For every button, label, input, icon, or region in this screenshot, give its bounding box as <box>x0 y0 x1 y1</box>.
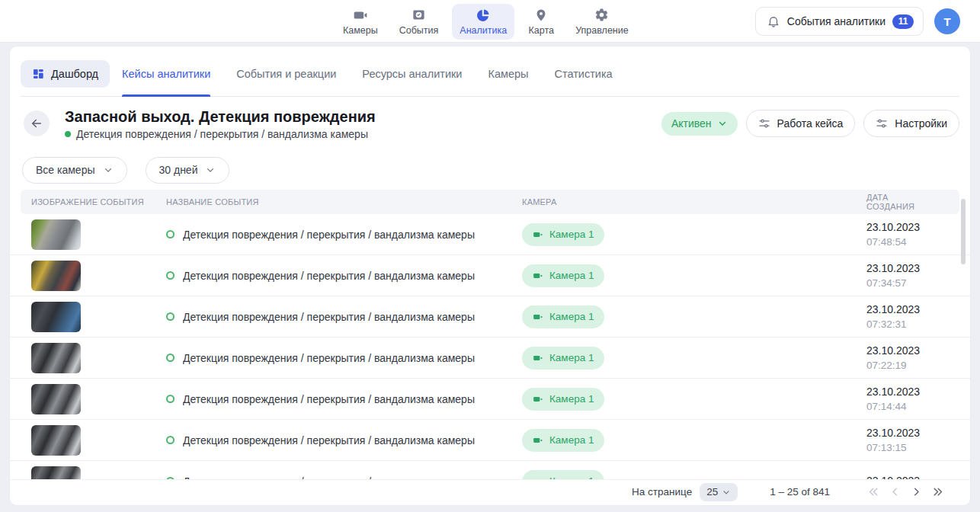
event-time: 07:22:19 <box>866 358 970 373</box>
tab-events-reactions[interactable]: События и реакции <box>236 51 336 97</box>
nav-label-events: События <box>399 25 439 36</box>
tabs: Кейсы аналитики События и реакции Ресурс… <box>122 51 613 97</box>
tab-cameras-label: Камеры <box>488 68 528 80</box>
chevron-down-icon <box>722 488 731 497</box>
camera-badge-icon <box>533 394 543 405</box>
event-time: 07:48:54 <box>866 235 970 249</box>
event-thumbnail[interactable] <box>31 425 81 456</box>
event-status-ring-icon <box>166 230 175 238</box>
tab-analytics-resources-label: Ресурсы аналитики <box>362 68 462 80</box>
camera-badge[interactable]: Камера 1 <box>522 347 604 370</box>
table-row[interactable]: Детекция повреждения / перекрытия / ванд… <box>10 420 970 461</box>
event-status-ring-icon <box>166 436 175 444</box>
case-actions: Активен Работа кейса <box>661 110 959 137</box>
event-name: Детекция повреждения / перекрытия / ванд… <box>183 229 475 241</box>
event-status-ring-icon <box>166 354 175 362</box>
case-subtitle: Детекция повреждения / перекрытия / ванд… <box>76 128 368 140</box>
per-page-value: 25 <box>706 486 718 498</box>
pie-chart-icon <box>476 8 491 23</box>
chevron-right-icon <box>910 485 923 498</box>
events-table-body: Детекция повреждения / перекрытия / ванд… <box>10 214 970 485</box>
nav-label-map: Карта <box>528 25 553 36</box>
pagination-bar: На странице 25 1 – 25 of 841 <box>10 480 970 505</box>
camera-badge-label: Камера 1 <box>549 229 594 240</box>
nav-item-cameras[interactable]: Камеры <box>335 4 386 40</box>
event-date: 23.10.2023 <box>866 261 970 276</box>
user-avatar[interactable]: T <box>934 8 960 34</box>
per-page-dropdown[interactable]: 25 <box>700 483 738 501</box>
nav-item-analytics[interactable]: Аналитика <box>452 4 514 40</box>
page-title: Запасной выход. Детекция повреждения <box>65 107 376 126</box>
tab-statistics[interactable]: Статистика <box>554 51 612 97</box>
column-header-image: ИЗОБРАЖЕНИЕ СОБЫТИЯ <box>31 197 166 206</box>
camera-badge[interactable]: Камера 1 <box>522 429 604 452</box>
event-thumbnail[interactable] <box>31 343 81 373</box>
analytics-events-button[interactable]: События аналитики 11 <box>755 7 924 36</box>
tab-statistics-label: Статистика <box>554 68 612 80</box>
event-date: 23.10.2023 <box>866 302 970 317</box>
tab-dashboard[interactable]: Дашборд <box>21 60 110 88</box>
top-bar: Камеры События Аналитика Карта <box>0 0 980 43</box>
previous-page-button[interactable] <box>885 482 905 502</box>
case-subtitle-row: Детекция повреждения / перекрытия / ванд… <box>65 128 376 140</box>
case-work-button[interactable]: Работа кейса <box>746 110 856 137</box>
event-thumbnail[interactable] <box>31 219 81 250</box>
camera-filter-label: Все камеры <box>36 164 95 176</box>
table-row[interactable]: Детекция повреждения / перекрытия / ванд… <box>10 296 970 338</box>
event-time: 07:14:44 <box>866 399 970 414</box>
camera-badge-label: Камера 1 <box>549 311 594 322</box>
last-page-button[interactable] <box>927 482 947 502</box>
tab-events-reactions-label: События и реакции <box>236 68 336 80</box>
double-chevron-left-icon <box>867 485 880 498</box>
case-titles: Запасной выход. Детекция повреждения Дет… <box>65 107 376 140</box>
chevron-down-icon <box>717 118 728 129</box>
camera-filter-dropdown[interactable]: Все камеры <box>22 157 127 184</box>
tab-dashboard-label: Дашборд <box>51 68 98 80</box>
event-date: 23.10.2023 <box>866 385 970 399</box>
chevron-down-icon <box>205 165 216 175</box>
back-button[interactable] <box>24 110 50 136</box>
nav-item-map[interactable]: Карта <box>520 4 562 40</box>
settings-button[interactable]: Настройки <box>863 110 959 137</box>
table-row[interactable]: Детекция повреждения / перекрытия / ванд… <box>10 338 970 379</box>
camera-badge[interactable]: Камера 1 <box>522 223 604 246</box>
event-status-ring-icon <box>166 271 175 280</box>
event-thumbnail[interactable] <box>31 302 81 332</box>
pager-controls <box>863 482 947 502</box>
per-page-label: На странице <box>632 486 692 498</box>
analytics-case-card: Дашборд Кейсы аналитики События и реакци… <box>9 46 971 506</box>
gear-icon <box>594 8 610 23</box>
vertical-scrollbar-thumb[interactable] <box>961 199 966 264</box>
double-chevron-right-icon <box>931 485 944 498</box>
next-page-button[interactable] <box>906 482 926 502</box>
event-thumbnail[interactable] <box>31 261 81 291</box>
table-row[interactable]: Детекция повреждения / перекрытия / ванд… <box>10 379 970 420</box>
nav-label-management: Управление <box>575 25 629 36</box>
filters-row: Все камеры 30 дней <box>10 150 970 185</box>
event-name: Детекция повреждения / перекрытия / ванд… <box>183 434 475 446</box>
tab-analytics-cases[interactable]: Кейсы аналитики <box>122 51 210 97</box>
dashboard-icon <box>32 68 44 80</box>
camera-badge[interactable]: Камера 1 <box>522 388 604 411</box>
table-row[interactable]: Детекция повреждения / перекрытия / ванд… <box>10 255 970 296</box>
period-filter-dropdown[interactable]: 30 дней <box>146 157 230 184</box>
camera-badge[interactable]: Камера 1 <box>522 306 604 328</box>
pagination-range: 1 – 25 of 841 <box>770 486 830 498</box>
event-thumbnail[interactable] <box>31 384 81 414</box>
case-header: Запасной выход. Детекция повреждения Дет… <box>10 97 970 150</box>
tab-cameras[interactable]: Камеры <box>488 51 528 97</box>
nav-label-analytics: Аналитика <box>460 25 507 36</box>
table-row[interactable]: Детекция повреждения / перекрытия / ванд… <box>10 214 970 255</box>
nav-item-events[interactable]: События <box>392 4 447 40</box>
event-time: 07:32:31 <box>866 317 970 331</box>
column-header-date: ДАТА СОЗДАНИЯ <box>866 193 926 211</box>
nav-item-management[interactable]: Управление <box>568 4 636 40</box>
tab-analytics-resources[interactable]: Ресурсы аналитики <box>362 51 462 97</box>
first-page-button[interactable] <box>863 482 883 502</box>
event-date: 23.10.2023 <box>866 220 970 235</box>
event-date: 23.10.2023 <box>866 344 970 358</box>
event-time: 07:34:57 <box>866 276 970 290</box>
status-dropdown[interactable]: Активен <box>661 112 738 136</box>
camera-badge[interactable]: Камера 1 <box>522 264 604 287</box>
arrow-left-icon <box>30 117 43 130</box>
